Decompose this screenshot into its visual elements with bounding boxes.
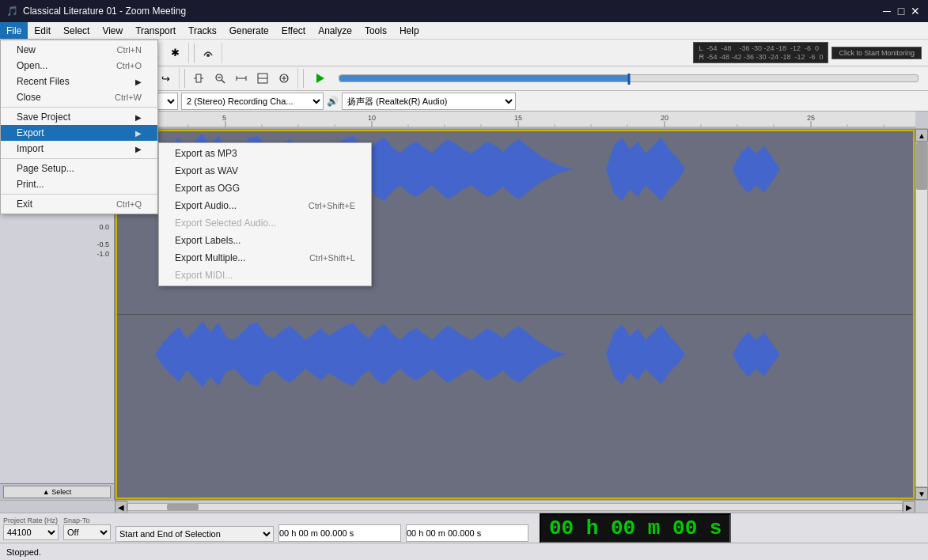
menu-transport[interactable]: Transport (129, 22, 182, 39)
menu-generate[interactable]: Generate (223, 22, 275, 39)
maximize-button[interactable]: □ (895, 5, 907, 17)
minimize-button[interactable]: ─ (881, 5, 893, 17)
menu-help[interactable]: Help (393, 22, 426, 39)
scroll-up-arrow[interactable]: ▲ (915, 129, 928, 142)
export-wav[interactable]: Export as WAV (159, 162, 371, 180)
export-midi: Export MIDI... (159, 267, 371, 284)
vscroll-thumb[interactable] (916, 142, 927, 190)
scroll-right-arrow[interactable]: ▶ (903, 501, 915, 513)
file-menu-dropdown: New Ctrl+N Open... Ctrl+O Recent Files ▶… (0, 40, 158, 214)
window-title: Classical Literature 01 - Zoom Meeting (23, 6, 186, 17)
gain-group (198, 43, 222, 63)
hscroll-end-spacer (915, 501, 928, 513)
menu-page-setup[interactable]: Page Setup... (1, 161, 157, 176)
menu-sep1 (1, 107, 157, 108)
select-label: Select (51, 488, 71, 496)
menu-close-shortcut: Ctrl+W (115, 93, 142, 102)
menu-tracks[interactable]: Tracks (182, 22, 223, 39)
sep2 (194, 44, 195, 62)
menu-close[interactable]: Close Ctrl+W (1, 89, 157, 105)
zoom-fit-sel-button[interactable] (188, 68, 209, 89)
svg-line-23 (222, 80, 225, 83)
menu-new-shortcut: Ctrl+N (117, 45, 142, 55)
menu-open-shortcut: Ctrl+O (116, 61, 142, 70)
scroll-left-arrow[interactable]: ◀ (115, 501, 127, 513)
export-audio-shortcut: Ctrl+Shift+E (309, 201, 355, 210)
menu-sep3 (1, 194, 157, 195)
project-rate-label: Project Rate (Hz) (3, 516, 58, 524)
svg-marker-33 (316, 74, 324, 83)
progress-bar[interactable] (339, 74, 919, 82)
menu-import[interactable]: Import ▶ (1, 141, 157, 157)
menu-save-project[interactable]: Save Project ▶ (1, 109, 157, 125)
scale-0: 0.0 (5, 223, 109, 231)
sep5 (184, 69, 185, 88)
menu-file[interactable]: File (0, 22, 28, 39)
menu-tools[interactable]: Tools (358, 22, 393, 39)
svg-text:5: 5 (222, 114, 226, 122)
multi-tool-button[interactable]: ✱ (165, 43, 185, 63)
export-mp3[interactable]: Export as MP3 (159, 145, 371, 162)
selection-mode-select[interactable]: Start and End of Selection (116, 526, 274, 542)
hscroll-track[interactable] (127, 503, 903, 511)
menu-new[interactable]: New Ctrl+N (1, 42, 157, 58)
svg-text:15: 15 (514, 114, 522, 122)
menu-exit[interactable]: Exit Ctrl+Q (1, 196, 157, 212)
menu-print[interactable]: Print... (1, 176, 157, 192)
vu-scale-l: -54 -48 -36 -30 -24 -18 -12 -6 0 (706, 44, 819, 52)
menu-select[interactable]: Select (57, 22, 96, 39)
end-time-input[interactable]: 00 h 00 m 00.000 s (406, 524, 528, 542)
selection-mode-group: Start and End of Selection (116, 515, 274, 542)
menubar: File Edit Select View Transport Tracks G… (0, 22, 928, 40)
project-rate-select[interactable]: 44100 (3, 524, 59, 540)
gain-button[interactable] (198, 43, 218, 63)
speaker-select[interactable]: 扬声器 (Realtek(R) Audio) (342, 93, 516, 110)
zoom-normal-button[interactable] (274, 68, 294, 89)
menu-export-label: Export (17, 127, 44, 138)
export-labels[interactable]: Export Labels... (159, 232, 371, 249)
menu-export[interactable]: Export ▶ (1, 125, 157, 141)
zoom-toggle-button[interactable] (252, 68, 273, 89)
vu-panel: L -54 -48 -36 -30 -24 -18 -12 -6 0 R -54… (693, 42, 828, 63)
hscroll-spacer (0, 501, 115, 513)
window-title-area: 🎵 Classical Literature 01 - Zoom Meeting (6, 6, 186, 17)
export-ogg[interactable]: Export as OGG (159, 180, 371, 197)
snap-select[interactable]: Off (63, 524, 111, 540)
select-track-button[interactable]: ▲ Select (3, 486, 111, 498)
menu-open[interactable]: Open... Ctrl+O (1, 58, 157, 74)
timeline-ruler: 5 10 15 20 25 (115, 112, 915, 128)
vertical-scrollbar[interactable]: ▲ ▼ (915, 129, 928, 500)
menu-close-label: Close (17, 92, 41, 103)
progress-thumb[interactable] (627, 74, 630, 85)
select-triangle: ▲ (43, 488, 50, 496)
menu-analyze[interactable]: Analyze (312, 22, 358, 39)
menu-recent-files[interactable]: Recent Files ▶ (1, 74, 157, 89)
channel-select[interactable]: 2 (Stereo) Recording Cha... (181, 93, 324, 110)
menu-edit[interactable]: Edit (28, 22, 57, 39)
app-icon: 🎵 (6, 6, 18, 17)
vu-row-l: L -54 -48 -36 -30 -24 -18 -12 -6 0 (699, 44, 823, 52)
vscroll-track[interactable] (915, 142, 928, 487)
play-button[interactable] (310, 68, 331, 89)
progress-fill (339, 75, 629, 81)
export-audio[interactable]: Export Audio... Ctrl+Shift+E (159, 197, 371, 214)
close-button[interactable]: ✕ (909, 5, 922, 17)
menu-effect[interactable]: Effect (275, 22, 312, 39)
zoom-out-2-button[interactable] (210, 68, 230, 89)
menu-recent-label: Recent Files (17, 76, 70, 87)
zoom-fit-button[interactable] (231, 68, 252, 89)
svg-rect-19 (196, 74, 201, 82)
svg-point-8 (206, 54, 210, 57)
waveform-lower-svg (116, 315, 915, 500)
scroll-down-arrow[interactable]: ▼ (915, 487, 928, 500)
vu-scale-r: -54 -48 -42 -36 -30 -24 -18 -12 -6 0 (706, 53, 823, 61)
hscroll-thumb[interactable] (167, 504, 199, 510)
export-multiple[interactable]: Export Multiple... Ctrl+Shift+L (159, 249, 371, 267)
menu-new-label: New (17, 44, 36, 55)
menu-exit-shortcut: Ctrl+Q (116, 199, 142, 209)
menu-view[interactable]: View (96, 22, 129, 39)
window-controls: ─ □ ✕ (881, 5, 922, 17)
monitoring-label[interactable]: Click to Start Monitoring (831, 47, 922, 59)
snap-to-group: Snap-To Off (63, 516, 111, 540)
start-time-input[interactable]: 00 h 00 m 00.000 s (278, 524, 401, 542)
